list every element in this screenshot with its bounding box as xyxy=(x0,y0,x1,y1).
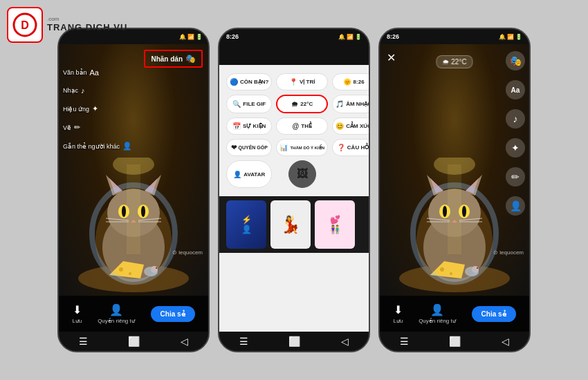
preview-1: ⚡👤 xyxy=(226,200,266,249)
privacy-bottom-left[interactable]: 👤 Quyền riêng tư xyxy=(98,303,135,324)
sticker-file-gif[interactable]: 🔍 FILE GIF xyxy=(226,95,272,113)
nhan-dan-tool-3[interactable]: 🎭 xyxy=(506,51,525,70)
nav-back-icon-r[interactable]: ◁ xyxy=(502,336,509,347)
van-ban-option[interactable]: Văn bản Aa xyxy=(63,68,132,77)
hieu-ung-label: Hiệu ứng xyxy=(63,106,89,113)
status-icons-right: 🔔 📶 🔋 xyxy=(499,34,522,40)
gan-the-option[interactable]: Gắn thẻ người khác 👤 xyxy=(63,142,132,151)
save-bottom-right[interactable]: ⬇ Lưu xyxy=(393,303,403,324)
temp-icon: 🌧 xyxy=(291,100,298,108)
nhan-dan-icon-3: 🎭 xyxy=(506,51,525,70)
van-ban-tool-3[interactable]: Aa xyxy=(506,80,525,99)
tiktok-watermark-right: ⊙ lequocem xyxy=(493,249,524,256)
tham-do-label: THĂM DÒ Ý KIẾN xyxy=(290,145,324,150)
bottom-bar-right: ⬇ Lưu 👤 Quyền riêng tư Chia sẻ xyxy=(380,296,529,332)
save-bottom-left[interactable]: ⬇ Lưu xyxy=(72,303,82,324)
nhac-tool-3[interactable]: ♪ xyxy=(506,109,525,129)
quyen-gop-icon: ❤ xyxy=(231,144,237,151)
avatar-label: AVATAR xyxy=(244,171,265,178)
user-icon-3: 👤 xyxy=(506,196,525,216)
svg-point-53 xyxy=(477,267,478,269)
share-button-left[interactable]: Chia sẻ xyxy=(151,306,195,322)
share-button-right[interactable]: Chia sẻ xyxy=(472,306,516,322)
nav-back-icon[interactable]: ◁ xyxy=(181,336,188,347)
nav-home-icon-r[interactable]: ⬜ xyxy=(449,336,461,347)
temp-sticker-right[interactable]: 🌧 22°C xyxy=(436,55,472,68)
sticker-temp[interactable]: 🌧 22°C xyxy=(276,95,328,113)
nhan-dan-box[interactable]: Nhãn dán 🎭 xyxy=(144,50,203,68)
ve-tool-3[interactable]: ✏ xyxy=(506,167,525,187)
svg-point-14 xyxy=(141,206,145,217)
time-label: 8:26 xyxy=(353,79,365,85)
nav-bar-right: ☰ ⬜ ◁ xyxy=(380,332,529,351)
su-kien-icon: 📅 xyxy=(232,122,241,130)
cam-xuc-icon: 😊 xyxy=(336,122,344,130)
cam-xuc-label: CẢM XÚC xyxy=(346,123,370,129)
save-label-right: Lưu xyxy=(393,318,403,324)
van-ban-label: Văn bản xyxy=(63,69,87,76)
ve-label: Vẽ xyxy=(63,124,71,131)
status-icons-left: 🔔 📶 🔋 xyxy=(179,34,203,40)
nav-bar-left: ☰ ⬜ ◁ xyxy=(59,332,208,351)
sticker-time[interactable]: 🌞 8:26 xyxy=(332,73,370,91)
quyen-gop-label: QUYÊN GÓP xyxy=(239,145,268,150)
sticker-vi-tri[interactable]: 📍 VỊ TRÍ xyxy=(276,73,328,91)
nav-menu-icon[interactable]: ☰ xyxy=(79,336,88,347)
svg-point-40 xyxy=(443,206,447,217)
close-button-right[interactable]: ✕ xyxy=(387,51,396,64)
ve-icon-3: ✏ xyxy=(506,167,525,187)
sticker-grid: 🔵 CÒN BẠN? 📍 VỊ TRÍ 🌞 8:26 🔍 FILE GIF 🌧 … xyxy=(219,65,369,196)
nav-menu-icon-c[interactable]: ☰ xyxy=(239,336,248,347)
save-icon-right: ⬇ xyxy=(394,303,403,316)
sticker-avatar[interactable]: 👤 AVATAR xyxy=(226,160,272,188)
privacy-bottom-right[interactable]: 👤 Quyền riêng tư xyxy=(419,303,456,324)
van-ban-icon: Aa xyxy=(90,68,99,77)
ve-option[interactable]: Vẽ ✏ xyxy=(63,123,132,132)
nav-back-icon-c[interactable]: ◁ xyxy=(341,336,349,347)
sticker-preview-row: ⚡👤 💃 💕👫 xyxy=(219,196,369,253)
vi-tri-icon: 📍 xyxy=(289,78,297,86)
nhac-icon: ♪ xyxy=(81,86,85,95)
nhac-option[interactable]: Nhạc ♪ xyxy=(63,86,132,95)
sticker-the[interactable]: @ THẺ xyxy=(276,117,328,135)
sticker-cau-hoi[interactable]: ❓ CÂU HỎI xyxy=(332,139,370,156)
van-ban-icon-3: Aa xyxy=(506,80,525,99)
svg-point-22 xyxy=(129,272,131,275)
con-ban-icon: 🔵 xyxy=(230,78,238,86)
vi-tri-label: VỊ TRÍ xyxy=(300,79,315,85)
sticker-su-kien[interactable]: 📅 SỰ KIỆN xyxy=(226,117,272,135)
svg-point-21 xyxy=(119,267,123,272)
svg-point-41 xyxy=(462,206,466,217)
status-bar-right: 8:26 🔔 📶 🔋 xyxy=(380,29,529,44)
the-icon: @ xyxy=(293,122,300,130)
svg-point-49 xyxy=(450,272,452,275)
hieu-ung-tool-3[interactable]: ✦ xyxy=(506,138,525,158)
sticker-photo[interactable]: 🖼 xyxy=(288,160,316,188)
time-center: 8:26 xyxy=(226,33,239,40)
bottom-bar-left: ⬇ Lưu 👤 Quyền riêng tư Chia sẻ xyxy=(59,296,208,332)
dark-header xyxy=(219,44,369,65)
nav-home-icon[interactable]: ⬜ xyxy=(128,336,140,347)
avatar-icon: 👤 xyxy=(233,171,241,178)
nav-home-icon-c[interactable]: ⬜ xyxy=(288,336,300,347)
save-label-left: Lưu xyxy=(72,318,82,324)
sticker-con-ban[interactable]: 🔵 CÒN BẠN? xyxy=(226,73,272,91)
watermark-text-block: .com TRANG DICH VU xyxy=(47,17,127,32)
user-tool-3[interactable]: 👤 xyxy=(506,196,525,216)
svg-point-48 xyxy=(440,267,444,272)
nhan-dan-icon: 🎭 xyxy=(185,54,196,64)
am-nhac-icon: 🎵 xyxy=(336,100,344,108)
sticker-quyen-gop[interactable]: ❤ QUYÊN GÓP xyxy=(226,139,272,156)
temp-sticker-text: 🌧 22°C xyxy=(442,58,466,66)
sticker-am-nhac[interactable]: 🎵 ÂM NHẠC xyxy=(332,95,370,113)
watermark: D .com TRANG DICH VU xyxy=(7,7,127,43)
nhac-icon-3: ♪ xyxy=(506,109,525,129)
sticker-tham-do[interactable]: 📊 THĂM DÒ Ý KIẾN xyxy=(276,139,328,156)
hieu-ung-option[interactable]: Hiệu ứng ✦ xyxy=(63,104,132,113)
nav-menu-icon-r[interactable]: ☰ xyxy=(400,336,409,347)
time-right: 8:26 xyxy=(387,33,399,40)
photo-icon: 🖼 xyxy=(297,168,308,180)
phone-right: 8:26 🔔 📶 🔋 xyxy=(378,28,531,352)
file-gif-label: FILE GIF xyxy=(243,101,266,107)
sticker-cam-xuc[interactable]: 😊 CẢM XÚC xyxy=(332,117,370,135)
